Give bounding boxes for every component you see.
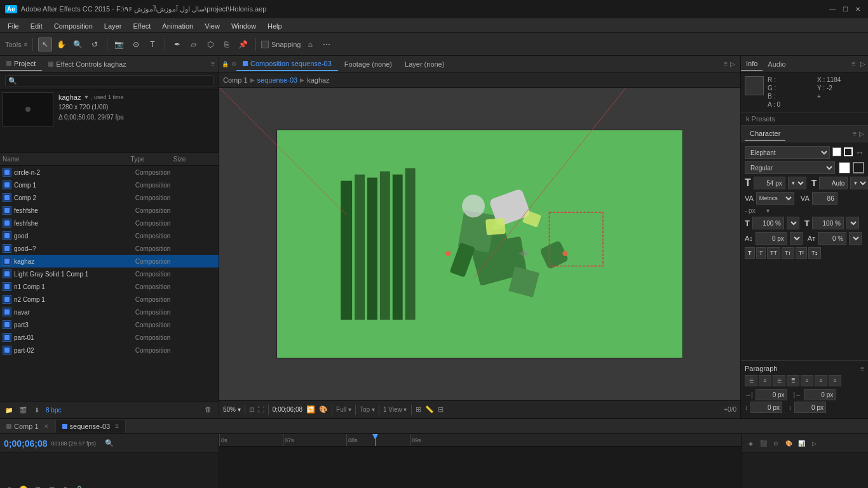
footage-tab[interactable]: Footage (none)	[338, 58, 398, 71]
tl-chart-button[interactable]: 📊	[796, 438, 806, 449]
snap-extra-button[interactable]: ⋯	[320, 37, 334, 51]
project-list-item[interactable]: navar Composition	[0, 306, 219, 318]
tools-menu-icon[interactable]: ≡	[24, 41, 27, 48]
align-center-button[interactable]: ≡	[759, 375, 771, 386]
tl-shy-button[interactable]: 🤫	[18, 484, 29, 489]
tsukuri-unit[interactable]: ▾	[849, 232, 862, 245]
project-list-item[interactable]: Light Gray Solid 1 Comp 1 Composition	[0, 268, 219, 280]
font-reset-icon[interactable]: ↔	[855, 147, 864, 158]
indent-left-input[interactable]	[756, 389, 787, 400]
menu-view[interactable]: View	[200, 21, 225, 31]
char-tab[interactable]: Character	[745, 127, 785, 141]
tracking-unit[interactable]: ▾	[850, 177, 868, 189]
align-left-button[interactable]: ☰	[745, 375, 757, 386]
sequense-tab-settings[interactable]: ≡	[115, 423, 119, 430]
tsukuri-input[interactable]	[818, 232, 846, 245]
menu-layer[interactable]: Layer	[99, 21, 127, 31]
mask-tool-button[interactable]: ⬡	[203, 37, 217, 51]
snapping-checkbox[interactable]	[261, 41, 269, 48]
text-tool-button[interactable]: T	[146, 37, 159, 51]
search-timeline-icon[interactable]: 🔍	[105, 439, 114, 447]
style-select[interactable]: Regular	[745, 161, 835, 174]
tl-expand-button[interactable]: ▷	[809, 438, 819, 449]
justify-all[interactable]: ≡	[829, 375, 841, 386]
font-stroke-swatch[interactable]	[844, 147, 853, 158]
bold-style-button[interactable]: T	[745, 247, 755, 259]
maximize-button[interactable]: ☐	[840, 4, 850, 15]
timecode-display[interactable]: 0;00;06;08	[273, 406, 302, 413]
project-list-item[interactable]: good Composition	[0, 229, 219, 242]
project-list-item[interactable]: Comp 1 Composition	[0, 179, 219, 191]
guides-button[interactable]: ⊟	[438, 405, 444, 414]
menu-effect[interactable]: Effect	[128, 21, 156, 31]
close-button[interactable]: ✕	[853, 4, 863, 15]
kerning-select[interactable]: Metrics	[756, 192, 794, 205]
menu-help[interactable]: Help	[262, 21, 287, 31]
right-panel-menu[interactable]: ≡	[849, 60, 858, 67]
px-dropdown[interactable]: ▾	[766, 207, 770, 214]
tl-color-button[interactable]: 🎨	[783, 438, 794, 449]
font-size-input[interactable]	[754, 177, 785, 189]
minimize-button[interactable]: —	[827, 4, 837, 15]
timeline-timecode[interactable]: 0;00;06;08	[4, 438, 48, 449]
smallcaps-style-button[interactable]: Tт	[782, 247, 794, 259]
panel-menu-button[interactable]: ≡	[207, 59, 219, 69]
menu-edit[interactable]: Edit	[25, 21, 48, 31]
project-list-item[interactable]: Comp 2 Composition	[0, 191, 219, 204]
italic-style-button[interactable]: T	[756, 247, 766, 259]
right-panel-expand[interactable]: ▷	[858, 60, 868, 67]
justify-button[interactable]: ≣	[787, 375, 799, 386]
baseline-input[interactable]	[756, 232, 787, 245]
camera-tool-button[interactable]: 📷	[112, 37, 126, 51]
project-tab[interactable]: Project	[0, 57, 42, 71]
orbit-tool-button[interactable]: ⊙	[129, 37, 143, 51]
breadcrumb-kaghaz[interactable]: kaghaz	[307, 76, 329, 84]
sequense-bottom-tab[interactable]: sequense-03 ≡	[56, 420, 126, 433]
project-list-item[interactable]: feshfshe Composition	[0, 217, 219, 229]
vert-scale-input[interactable]	[752, 217, 784, 229]
new-comp-button[interactable]: 🎬	[18, 405, 28, 416]
char-tab-expand[interactable]: ▷	[859, 130, 864, 137]
clone-tool-button[interactable]: ⎘	[220, 37, 234, 51]
menu-window[interactable]: Window	[226, 21, 261, 31]
loop-button[interactable]: 🔁	[306, 405, 315, 414]
super-style-button[interactable]: T²	[796, 247, 808, 259]
comp-panel-menu[interactable]: ≡	[724, 60, 728, 67]
tl-frame-button[interactable]: ⊟	[46, 484, 57, 489]
align-right-button[interactable]: ☰	[773, 375, 785, 386]
project-list-item[interactable]: good--? Composition	[0, 242, 219, 255]
space-before-input[interactable]	[750, 402, 782, 413]
project-list-item[interactable]: part3 Composition	[0, 318, 219, 331]
justify-last-center[interactable]: ≡	[815, 375, 827, 386]
menu-composition[interactable]: Composition	[49, 21, 98, 31]
justify-last-left[interactable]: ≡	[801, 375, 813, 386]
tl-motion-button[interactable]: ⟳	[60, 484, 71, 489]
baseline-unit[interactable]: ▾	[790, 232, 803, 245]
composition-tab[interactable]: Composition sequense-03	[236, 57, 338, 71]
fill-color-box[interactable]	[853, 162, 864, 173]
comp-expand-icon[interactable]: ▷	[730, 60, 735, 67]
rotate-tool-button[interactable]: ↺	[88, 37, 102, 51]
timeline-playhead[interactable]	[375, 434, 376, 446]
hand-tool-button[interactable]: ✋	[55, 37, 69, 51]
import-button[interactable]: ⬇	[32, 405, 42, 416]
effect-controls-tab[interactable]: Effect Controls kaghaz	[42, 58, 132, 71]
kerning-value-input[interactable]	[812, 192, 837, 205]
rulers-button[interactable]: 📏	[425, 405, 434, 414]
tl-draft-button[interactable]: ⬛	[758, 438, 768, 449]
horiz-scale-unit[interactable]: ▾	[846, 217, 859, 229]
breadcrumb-comp1[interactable]: Comp 1	[223, 76, 248, 84]
tl-aa-button[interactable]: ⊙	[771, 438, 781, 449]
menu-animation[interactable]: Animation	[157, 21, 198, 31]
fit-button[interactable]: ⊡	[249, 406, 254, 413]
menu-file[interactable]: File	[3, 21, 24, 31]
bpc-badge[interactable]: 8 bpc	[46, 407, 61, 414]
audio-tab[interactable]: Audio	[763, 58, 790, 71]
comp1-tab-close[interactable]: ✕	[44, 423, 49, 430]
search-input[interactable]	[5, 75, 214, 86]
stroke-color-box[interactable]	[839, 162, 850, 173]
project-list-item[interactable]: n2 Comp 1 Composition	[0, 293, 219, 306]
info-tab[interactable]: Info	[741, 57, 763, 71]
project-list-item[interactable]: n1 Comp 1 Composition	[0, 280, 219, 293]
char-tab-menu[interactable]: ≡	[853, 130, 857, 137]
